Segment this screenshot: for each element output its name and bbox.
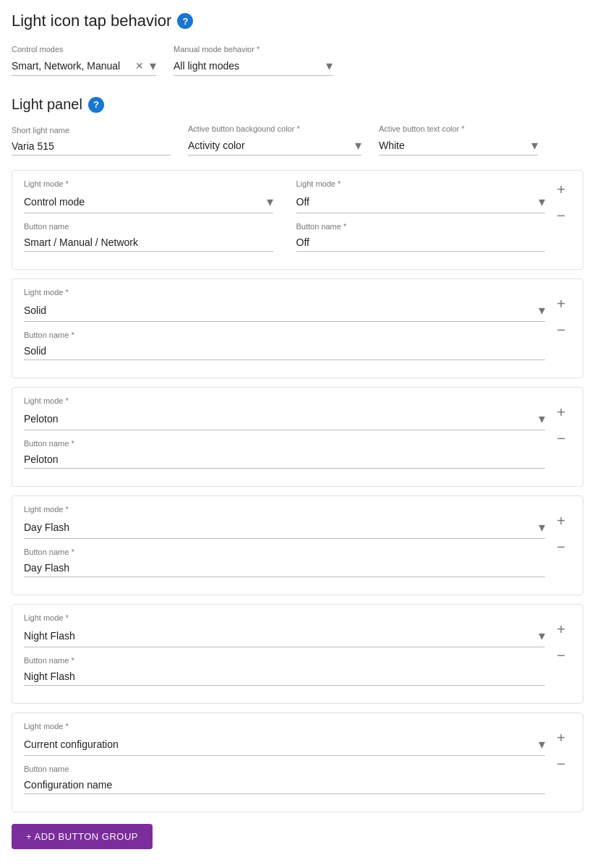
manual-mode-field-group: Manual mode behavior * All light modes ▾: [174, 45, 333, 76]
button-group-card-2: Light mode * Solid ▾ Button name * + −: [12, 278, 583, 378]
control-modes-clear-icon[interactable]: ✕: [135, 60, 144, 72]
card1-col2-button-name-label: Button name *: [296, 222, 546, 231]
card3-light-mode-chevron-icon[interactable]: ▾: [539, 411, 545, 427]
card6-button-name-label: Button name: [24, 765, 545, 773]
card5-button-name-label: Button name *: [24, 656, 545, 665]
card6-body: Light mode * Current configuration ▾ But…: [24, 722, 545, 803]
card4-light-mode-select[interactable]: Day Flash ▾: [24, 516, 545, 539]
button-group-card-6: Light mode * Current configuration ▾ But…: [12, 712, 583, 812]
card4-actions: + −: [545, 505, 571, 557]
card5-button-name-field: Button name *: [24, 656, 545, 686]
card5-light-mode-select[interactable]: Night Flash ▾: [24, 625, 545, 647]
page-title-section: Light icon tap behavior ?: [12, 12, 583, 30]
card4-button-name-input[interactable]: [24, 559, 545, 577]
card1-col2-light-mode-select[interactable]: Off ▾: [296, 191, 546, 213]
card6-button-name-field: Button name: [24, 765, 545, 794]
card3-light-mode-label: Light mode *: [24, 396, 545, 405]
card5-remove-button[interactable]: −: [551, 645, 571, 665]
card1-col1-light-mode-select[interactable]: Control mode ▾: [24, 191, 273, 213]
card3-add-button[interactable]: +: [551, 402, 571, 422]
card2-add-button[interactable]: +: [551, 294, 571, 314]
control-modes-value: Smart, Network, Manual: [12, 60, 129, 72]
active-text-color-value: White: [379, 140, 526, 151]
active-text-color-label: Active button text color *: [379, 124, 538, 133]
card3-light-mode-select[interactable]: Peloton ▾: [24, 408, 545, 430]
card1-col2-button-name-input[interactable]: [296, 234, 546, 252]
card1-col2-light-mode-chevron-icon[interactable]: ▾: [539, 194, 545, 210]
card6-button-name-input[interactable]: [24, 776, 545, 794]
card1-add-button[interactable]: +: [551, 179, 571, 200]
button-group-card-1: Light mode * Control mode ▾ Button name …: [12, 170, 583, 270]
card1-col1-button-name-input[interactable]: [24, 234, 273, 252]
light-panel-section-title: Light panel ?: [12, 96, 583, 113]
card4-light-mode-chevron-icon[interactable]: ▾: [539, 519, 545, 535]
card2-body: Light mode * Solid ▾ Button name *: [24, 288, 545, 369]
short-light-name-input[interactable]: [12, 137, 171, 156]
card2-button-name-input[interactable]: [24, 342, 545, 360]
card4-light-mode-field: Light mode * Day Flash ▾: [24, 505, 545, 539]
card5-button-name-input[interactable]: [24, 668, 545, 686]
button-group-card-3: Light mode * Peloton ▾ Button name * + −: [12, 387, 583, 487]
page-title-help-icon[interactable]: ?: [177, 13, 193, 29]
control-modes-select[interactable]: Smart, Network, Manual ✕ ▾: [12, 56, 156, 76]
card-col-2: Light mode * Off ▾ Button name *: [296, 179, 546, 260]
manual-mode-chevron-icon[interactable]: ▾: [326, 59, 333, 72]
card2-light-mode-select[interactable]: Solid ▾: [24, 299, 545, 322]
card3-remove-button[interactable]: −: [551, 428, 571, 448]
card2-light-mode-chevron-icon[interactable]: ▾: [539, 302, 545, 318]
card1-remove-button[interactable]: −: [551, 205, 571, 226]
card6-add-button[interactable]: +: [551, 728, 571, 748]
card1-col1-light-mode-value: Control mode: [24, 196, 267, 208]
card6-light-mode-label: Light mode *: [24, 722, 545, 731]
card1-col1-light-mode-chevron-icon[interactable]: ▾: [267, 194, 273, 210]
card3-light-mode-value: Peloton: [24, 413, 539, 425]
card6-remove-button[interactable]: −: [551, 754, 571, 774]
card3-body: Light mode * Peloton ▾ Button name *: [24, 396, 545, 477]
active-bg-color-field: Active button backgound color * Activity…: [188, 124, 361, 156]
card2-actions: + −: [545, 288, 571, 340]
card1-actions: + −: [545, 179, 571, 226]
card2-button-name-field: Button name *: [24, 331, 545, 360]
card3-actions: + −: [545, 396, 571, 448]
manual-mode-select[interactable]: All light modes ▾: [174, 56, 333, 76]
card3-button-name-input[interactable]: [24, 451, 545, 469]
card1-col2-light-mode-label: Light mode *: [296, 179, 546, 188]
card2-remove-button[interactable]: −: [551, 320, 571, 340]
card4-remove-button[interactable]: −: [551, 537, 571, 557]
card6-light-mode-chevron-icon[interactable]: ▾: [539, 736, 545, 752]
card5-light-mode-chevron-icon[interactable]: ▾: [539, 628, 545, 644]
active-text-color-field: Active button text color * White ▾: [379, 124, 538, 156]
card5-body: Light mode * Night Flash ▾ Button name *: [24, 613, 545, 694]
card5-light-mode-field: Light mode * Night Flash ▾: [24, 613, 545, 647]
add-button-group-button[interactable]: + ADD BUTTON GROUP: [12, 824, 153, 849]
active-text-color-select[interactable]: White ▾: [379, 136, 538, 156]
active-bg-color-select[interactable]: Activity color ▾: [188, 136, 361, 156]
card6-light-mode-field: Light mode * Current configuration ▾: [24, 722, 545, 756]
light-panel-help-icon[interactable]: ?: [88, 97, 104, 113]
manual-mode-value: All light modes: [174, 60, 320, 72]
manual-mode-label: Manual mode behavior *: [174, 45, 333, 54]
control-modes-row: Control modes Smart, Network, Manual ✕ ▾…: [12, 45, 583, 76]
control-modes-chevron-icon[interactable]: ▾: [150, 59, 156, 72]
card1-col2-light-mode-value: Off: [296, 196, 539, 208]
card3-button-name-label: Button name *: [24, 439, 545, 448]
card4-add-button[interactable]: +: [551, 511, 571, 531]
card5-add-button[interactable]: +: [551, 619, 571, 639]
card5-light-mode-value: Night Flash: [24, 630, 539, 642]
top-fields-row: Short light name Active button backgound…: [12, 124, 583, 156]
card2-light-mode-label: Light mode *: [24, 288, 545, 297]
short-light-name-label: Short light name: [12, 126, 171, 135]
active-bg-color-value: Activity color: [188, 140, 349, 151]
card1-col1-light-mode-label: Light mode *: [24, 179, 273, 188]
button-group-card-5: Light mode * Night Flash ▾ Button name *…: [12, 604, 583, 704]
card4-light-mode-label: Light mode *: [24, 505, 545, 514]
card4-light-mode-value: Day Flash: [24, 522, 539, 533]
card6-light-mode-select[interactable]: Current configuration ▾: [24, 733, 545, 756]
short-light-name-field: Short light name: [12, 126, 171, 156]
active-bg-color-chevron-icon[interactable]: ▾: [355, 139, 361, 152]
active-text-color-chevron-icon[interactable]: ▾: [531, 139, 538, 152]
card4-body: Light mode * Day Flash ▾ Button name *: [24, 505, 545, 586]
card3-button-name-field: Button name *: [24, 439, 545, 469]
card6-actions: + −: [545, 722, 571, 774]
control-modes-label: Control modes: [12, 45, 156, 54]
